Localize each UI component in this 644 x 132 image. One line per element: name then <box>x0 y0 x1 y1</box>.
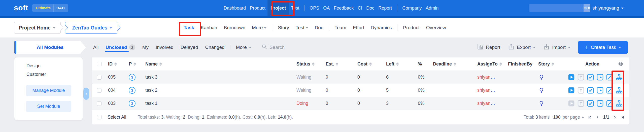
col-header-story[interactable]: Story <box>536 57 566 71</box>
set-module-button[interactable]: Set Module <box>26 101 71 112</box>
filter-tab-changed[interactable]: Changed <box>201 45 228 50</box>
nav-item-product[interactable]: Product <box>248 0 267 16</box>
filter-tab-all[interactable]: All <box>90 45 102 50</box>
nav-item-test[interactable]: Test <box>289 0 301 16</box>
nav-item-doc[interactable]: Doc <box>364 0 376 16</box>
edit-icon[interactable] <box>606 74 613 81</box>
sort-icon[interactable] <box>159 62 162 66</box>
last-page-button[interactable] <box>621 115 625 119</box>
tab-story[interactable]: Story <box>275 25 292 30</box>
col-header-checkbox[interactable] <box>92 57 106 71</box>
next-page-button[interactable] <box>613 115 617 119</box>
nav-item-dashboard[interactable]: Dashboard <box>222 0 248 16</box>
nav-item-oa[interactable]: OA <box>321 0 332 16</box>
global-search-input[interactable] <box>529 4 584 12</box>
tab-burndown[interactable]: Burndown <box>220 25 249 30</box>
sidebar-item-customer[interactable]: Customer <box>26 70 83 79</box>
col-header-est[interactable]: Est. <box>324 57 355 71</box>
clock-icon[interactable] <box>597 100 603 107</box>
sort-icon[interactable] <box>133 62 136 66</box>
filter-tab-involved[interactable]: Involved <box>152 45 177 50</box>
tab-overview[interactable]: Overview <box>423 25 449 30</box>
task-name-link[interactable]: task 1 <box>145 101 157 106</box>
all-modules-header[interactable]: All Modules <box>14 41 86 54</box>
task-name-link[interactable]: task 2 <box>145 88 157 93</box>
task-assigned-to[interactable]: shiyan… <box>476 84 506 97</box>
user-menu[interactable]: shiyangyang <box>592 0 624 16</box>
select-all-label[interactable]: Select All <box>108 115 126 120</box>
create-task-button[interactable]: + Create Task <box>578 41 628 54</box>
report-button[interactable]: Report <box>477 43 500 51</box>
import-button[interactable]: Import <box>543 43 570 51</box>
filter-tab-unclosed[interactable]: Unclosed3 <box>102 44 139 50</box>
task-assigned-to[interactable]: shiyan… <box>476 97 506 110</box>
filter-tab-delayed[interactable]: Delayed <box>177 45 202 50</box>
row-checkbox[interactable] <box>97 75 101 80</box>
col-header-assignedTo[interactable]: AssignTo <box>476 57 506 71</box>
sitemap-icon[interactable] <box>616 74 623 81</box>
task-name-link[interactable]: task 3 <box>145 75 157 80</box>
filter-tab-my[interactable]: My <box>139 45 152 50</box>
prev-page-button[interactable] <box>595 115 600 119</box>
gear-icon[interactable] <box>618 61 623 67</box>
lightbulb-icon[interactable] <box>538 74 545 80</box>
col-header-id[interactable]: ID <box>106 57 128 71</box>
col-header-cost[interactable]: Cost <box>355 57 384 71</box>
nav-item-feedback[interactable]: Feedback <box>332 0 356 16</box>
nav-item-admin[interactable]: Admin <box>424 0 440 16</box>
nav-item-project[interactable]: Project <box>267 0 289 16</box>
tab-effort[interactable]: Effort <box>350 25 367 30</box>
sidebar-item-design[interactable]: Design <box>26 61 83 70</box>
sort-icon[interactable] <box>369 62 372 66</box>
col-header-name[interactable]: Name <box>144 57 294 71</box>
check-icon[interactable] <box>587 74 594 81</box>
check-icon[interactable] <box>587 100 594 107</box>
nav-item-ops[interactable]: OPS <box>308 0 321 16</box>
export-button[interactable]: Export <box>508 43 535 51</box>
lightbulb-icon[interactable] <box>538 100 545 107</box>
breadcrumb-project-home[interactable]: Project Home <box>14 22 61 34</box>
col-header-left[interactable]: Left <box>384 57 416 71</box>
col-header-pri[interactable]: P <box>128 57 144 71</box>
nav-item-ci[interactable]: CI <box>356 0 364 16</box>
edit-icon[interactable] <box>606 87 613 94</box>
per-page-select[interactable]: 100 per page <box>553 115 584 120</box>
col-header-deadline[interactable]: Deadline <box>431 57 476 71</box>
manage-module-button[interactable]: Manage Module <box>26 85 71 96</box>
sort-icon[interactable] <box>454 62 456 66</box>
sitemap-icon[interactable] <box>616 87 623 94</box>
play-icon[interactable] <box>568 74 575 81</box>
nav-item-report[interactable]: Report <box>376 0 394 16</box>
search-trigger[interactable]: Search <box>261 44 285 51</box>
sort-icon[interactable] <box>312 62 315 66</box>
breadcrumb-zentao-guides[interactable]: ZenTao Guides <box>65 22 117 34</box>
row-checkbox[interactable] <box>97 88 101 93</box>
tab-team[interactable]: Team <box>331 25 349 30</box>
tab-dynamics[interactable]: Dynamics <box>367 25 395 30</box>
tab-test[interactable]: Test <box>292 25 312 30</box>
sort-icon[interactable] <box>396 62 399 66</box>
check-icon[interactable] <box>587 87 594 94</box>
app-logo[interactable]: soft <box>14 4 28 12</box>
go-button[interactable]: GO! <box>584 4 590 12</box>
lightbulb-icon[interactable] <box>538 87 545 93</box>
filter-tab-more[interactable]: More <box>232 45 255 50</box>
sitemap-icon[interactable] <box>616 100 623 107</box>
clock-icon[interactable] <box>597 74 603 81</box>
tab-doc[interactable]: Doc <box>312 25 327 30</box>
task-assigned-to[interactable]: shiyan… <box>476 71 506 84</box>
sidebar-collapse-handle[interactable]: ‹ <box>83 88 89 100</box>
play-icon[interactable] <box>568 87 575 94</box>
row-checkbox[interactable] <box>97 101 101 106</box>
first-page-button[interactable] <box>588 115 592 119</box>
select-all-checkbox[interactable] <box>97 115 101 119</box>
nav-item-company[interactable]: Company <box>400 0 424 16</box>
edit-icon[interactable] <box>606 100 613 107</box>
tab-task[interactable]: Task <box>180 25 197 30</box>
clock-icon[interactable] <box>597 87 603 94</box>
sort-icon[interactable] <box>114 62 117 66</box>
sort-icon[interactable] <box>499 62 502 66</box>
tab-product[interactable]: Product <box>400 25 423 30</box>
col-header-status[interactable]: Status <box>294 57 324 71</box>
tab-more[interactable]: More <box>249 25 270 30</box>
